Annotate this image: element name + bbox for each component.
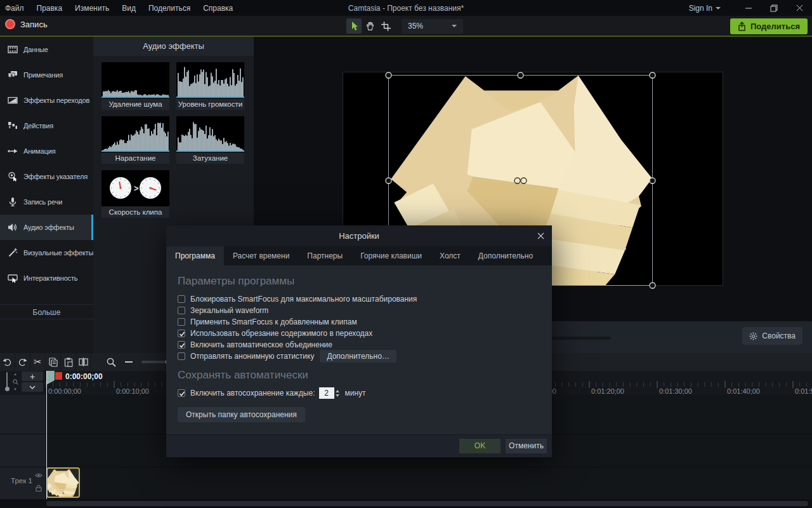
close-icon (537, 232, 544, 239)
tab-1[interactable]: Программа (166, 246, 224, 265)
dialog-tabs: ПрограммаРасчет времениПартнерыГорячие к… (166, 246, 552, 265)
stitch-button[interactable] (76, 353, 91, 371)
step-up-icon (336, 390, 339, 392)
svg-text:a: a (11, 73, 13, 77)
sidebar-item-3[interactable]: Эффекты переходов (0, 88, 93, 113)
sidebar-item-8[interactable]: Аудио эффекты (0, 215, 93, 240)
select-tool-button[interactable] (346, 18, 362, 34)
eye-icon[interactable] (35, 472, 43, 478)
zoom-timeline-icon (107, 358, 116, 367)
sidebar-item-4[interactable]: Действия (0, 113, 93, 138)
menu-3[interactable]: Изменить (69, 4, 115, 13)
section-program-options: Параметры программы (178, 275, 540, 288)
sidebar-item-2[interactable]: aПримечания (0, 62, 93, 88)
timeline-scrollbar[interactable] (0, 499, 812, 508)
effect-card-5[interactable]: >Скорость клипа (102, 170, 169, 218)
transition-icon (8, 95, 18, 105)
behaviors-icon (8, 121, 18, 131)
redo-button[interactable] (15, 353, 30, 371)
crop-tool-button[interactable] (378, 18, 393, 34)
mic-icon (8, 197, 18, 207)
sidebar-item-6[interactable]: Эффекты указателя (0, 164, 93, 189)
timeline-scrollbar-thumb[interactable] (46, 501, 808, 506)
track-name: Трек 1 (11, 477, 32, 485)
lock-icon[interactable] (36, 485, 42, 491)
minimize-icon (745, 4, 752, 11)
tab-2[interactable]: Расчет времени (224, 246, 298, 265)
clip-marker-icon[interactable]: ▲ (46, 490, 80, 495)
open-autosave-folder-button[interactable]: Открыть папку автосохранения (178, 407, 305, 422)
checkbox-5[interactable] (178, 341, 185, 349)
checkbox-1[interactable] (178, 295, 185, 303)
sidebar-item-7[interactable]: Запись речи (0, 189, 93, 215)
callout-icon: a (8, 70, 18, 80)
close-button[interactable] (787, 0, 812, 16)
effect-card-3[interactable]: Нарастание (102, 116, 169, 164)
svg-text:0:01:20;00: 0:01:20;00 (591, 387, 624, 395)
sidebar-item-1[interactable]: Данные (0, 37, 93, 62)
checkbox-2[interactable] (178, 307, 185, 314)
restore-button[interactable] (761, 0, 787, 16)
effect-thumbnail (102, 62, 169, 98)
zoom-out-icon (125, 361, 133, 363)
advanced-button[interactable]: Дополнительно… (320, 350, 396, 363)
effect-label: Уровень громкости (176, 98, 244, 110)
share-icon (738, 22, 746, 31)
autosave-checkbox[interactable] (178, 389, 185, 397)
checkbox-6[interactable] (178, 352, 185, 360)
sidebar-item-5[interactable]: Анимация (0, 138, 93, 164)
canvas-zoom-dropdown[interactable]: 35% (402, 19, 463, 34)
sign-in-button[interactable]: Sign In (689, 4, 721, 13)
menu-6[interactable]: Справка (197, 4, 239, 13)
stitch-icon (79, 358, 88, 366)
svg-text:0:01:50;00: 0:01:50;00 (795, 387, 812, 395)
autosave-interval-input[interactable]: 2 (319, 387, 334, 399)
menu-5[interactable]: Поделиться (142, 4, 197, 13)
effect-card-2[interactable]: Уровень громкости (176, 62, 244, 110)
cancel-button[interactable]: Отменить (506, 439, 547, 453)
sidebar-more-button[interactable]: Больше (0, 304, 93, 319)
sidebar-item-9[interactable]: Визуальные эффекты (0, 240, 93, 265)
audio-icon (8, 222, 18, 232)
menu-1[interactable]: Файл (0, 4, 30, 13)
film-icon (8, 44, 18, 55)
share-button[interactable]: Поделиться (730, 18, 808, 34)
ok-button[interactable]: OK (459, 439, 501, 453)
svg-text:>: > (134, 184, 139, 193)
hand-icon (365, 22, 375, 31)
checkbox-3[interactable] (178, 318, 185, 326)
sidebar-item-10[interactable]: Интерактивность (0, 265, 93, 291)
menu-2[interactable]: Правка (30, 4, 69, 13)
dialog-close-button[interactable] (535, 230, 546, 241)
effect-thumbnail: > (102, 170, 169, 206)
svg-text:0:00:00;00: 0:00:00;00 (48, 387, 81, 395)
pan-tool-button[interactable] (362, 18, 377, 34)
dialog-titlebar: Настройки (166, 225, 552, 246)
copy-button[interactable] (46, 353, 61, 371)
cursor-effects-icon (8, 171, 18, 182)
canvas-scrollbar[interactable] (552, 337, 611, 340)
tab-6[interactable]: Дополнительно (469, 246, 542, 265)
properties-button[interactable]: Свойства (742, 327, 802, 345)
effect-label: Скорость клипа (102, 206, 169, 218)
tab-5[interactable]: Холст (431, 246, 469, 265)
tab-4[interactable]: Горячие клавиши (351, 246, 431, 265)
effect-thumbnail (176, 62, 244, 98)
record-button[interactable]: Запись (5, 19, 48, 29)
svg-text:0:00:10;00: 0:00:10;00 (116, 387, 149, 395)
effect-card-1[interactable]: Удаление шума (102, 62, 169, 110)
autosave-interval-stepper[interactable] (334, 387, 341, 399)
scissors-icon: ✂ (34, 356, 42, 368)
minimize-button[interactable] (736, 0, 761, 16)
paste-button[interactable] (61, 353, 76, 371)
effect-card-4[interactable]: Затухание (176, 116, 244, 164)
undo-button[interactable] (0, 353, 15, 371)
menu-bar: ФайлПравкаИзменитьВидПоделитьсяСправка C… (0, 0, 812, 16)
playhead-line[interactable] (46, 371, 47, 499)
menu-4[interactable]: Вид (115, 4, 142, 13)
close-icon (796, 4, 803, 11)
checkbox-4[interactable] (178, 330, 185, 337)
tab-3[interactable]: Партнеры (298, 246, 351, 265)
checkbox-label: Зеркальный waveform (190, 306, 268, 315)
split-scissors-button[interactable]: ✂ (30, 353, 46, 371)
